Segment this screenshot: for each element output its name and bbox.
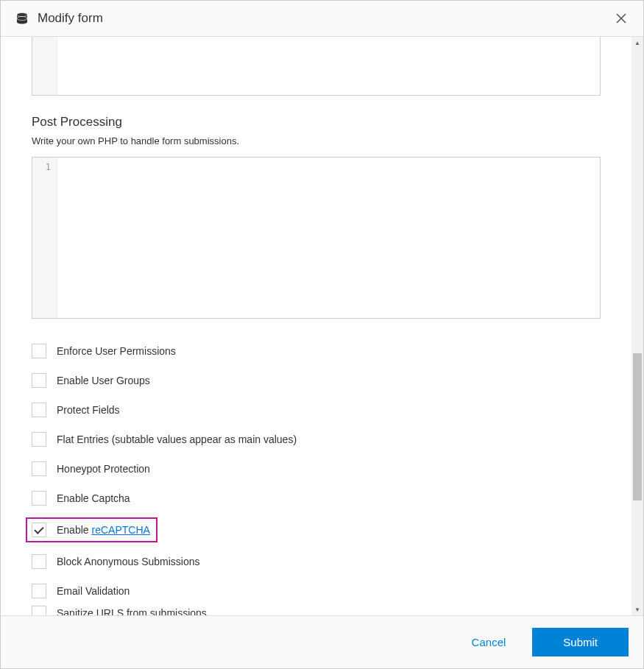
checkbox-label: Sanitize URLS from submissions — [57, 607, 207, 615]
checkbox-row-flat-entries: Flat Entries (subtable values appear as … — [32, 425, 601, 454]
post-processing-editor[interactable]: 1 — [32, 157, 601, 319]
checkbox-row-honeypot: Honeypot Protection — [32, 454, 601, 484]
modify-form-dialog: Modify form Post Processing Write your o… — [1, 1, 643, 668]
previous-code-editor[interactable] — [32, 37, 601, 96]
section-title: Post Processing — [32, 115, 601, 130]
checkbox-enable-recaptcha[interactable] — [32, 523, 46, 537]
checkbox-label: Enable User Groups — [57, 375, 150, 386]
recaptcha-link[interactable]: reCAPTCHA — [91, 524, 149, 536]
dialog-body: Post Processing Write your own PHP to ha… — [1, 37, 643, 615]
checkbox-label: Block Anonymous Submissions — [57, 556, 200, 567]
checkbox-email-validation[interactable] — [32, 584, 46, 598]
checkbox-label: Enable reCAPTCHA — [57, 524, 150, 536]
content: Post Processing Write your own PHP to ha… — [1, 37, 631, 615]
checkbox-label: Protect Fields — [57, 404, 120, 416]
close-button[interactable] — [614, 11, 629, 26]
editor-gutter — [32, 37, 57, 95]
dialog-header: Modify form — [1, 1, 643, 37]
checkbox-row-email-validation: Email Validation — [32, 576, 601, 606]
scroll-area: Post Processing Write your own PHP to ha… — [1, 37, 631, 615]
checkbox-block-anonymous[interactable] — [32, 554, 46, 569]
editor-body[interactable] — [57, 37, 600, 95]
scroll-up-arrow-icon[interactable]: ▲ — [631, 37, 643, 49]
scroll-thumb[interactable] — [633, 353, 642, 500]
submit-button[interactable]: Submit — [532, 628, 629, 656]
dialog-title: Modify form — [38, 11, 103, 26]
checkbox-flat-entries[interactable] — [32, 432, 46, 447]
label-prefix: Enable — [57, 524, 91, 536]
highlight-annotation: Enable reCAPTCHA — [26, 517, 158, 542]
vertical-scrollbar[interactable]: ▲ ▼ — [631, 37, 643, 615]
editor-gutter: 1 — [32, 157, 57, 318]
checkbox-label: Email Validation — [57, 585, 130, 597]
line-number: 1 — [46, 162, 51, 172]
checkbox-row-block-anonymous: Block Anonymous Submissions — [32, 547, 601, 576]
checkbox-row-enable-captcha: Enable Captcha — [32, 484, 601, 513]
editor-body[interactable] — [57, 157, 600, 318]
cancel-button[interactable]: Cancel — [459, 629, 520, 656]
checkbox-enforce-permissions[interactable] — [32, 344, 46, 358]
section-description: Write your own PHP to handle form submis… — [32, 135, 601, 146]
checkbox-honeypot[interactable] — [32, 461, 46, 476]
checkbox-label: Enable Captcha — [57, 492, 130, 504]
dialog-footer: Cancel Submit — [1, 615, 643, 668]
checkbox-label: Enforce User Permissions — [57, 345, 176, 357]
header-left: Modify form — [15, 11, 103, 26]
checkbox-enable-user-groups[interactable] — [32, 373, 46, 388]
checkbox-row-sanitize-urls: Sanitize URLS from submissions — [32, 606, 601, 615]
close-icon — [616, 13, 626, 24]
checkbox-label: Honeypot Protection — [57, 463, 150, 475]
checkbox-row-enable-recaptcha: Enable reCAPTCHA — [32, 513, 601, 547]
checkbox-row-enable-user-groups: Enable User Groups — [32, 366, 601, 395]
checkbox-protect-fields[interactable] — [32, 403, 46, 417]
checkbox-label: Flat Entries (subtable values appear as … — [57, 433, 297, 445]
database-icon — [15, 12, 29, 25]
checkbox-sanitize-urls[interactable] — [32, 606, 46, 615]
scroll-down-arrow-icon[interactable]: ▼ — [631, 603, 643, 615]
checkbox-row-enforce-permissions: Enforce User Permissions — [32, 336, 601, 366]
checkbox-enable-captcha[interactable] — [32, 491, 46, 506]
checkbox-row-protect-fields: Protect Fields — [32, 395, 601, 425]
svg-point-1 — [17, 13, 27, 16]
